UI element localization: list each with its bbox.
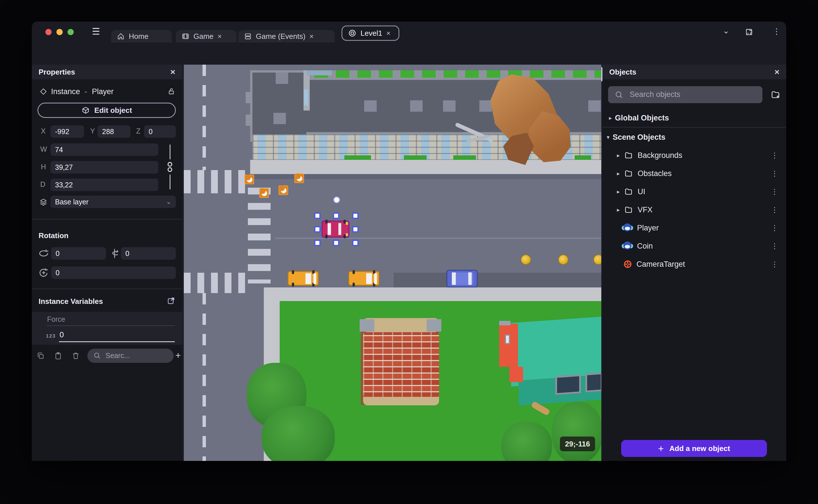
tree[interactable]	[502, 422, 552, 461]
crosswalk	[248, 188, 270, 283]
global-objects-group[interactable]: ▸ Global Objects	[603, 111, 786, 125]
kebab-menu-icon[interactable]: ⋮	[771, 224, 778, 232]
y-input[interactable]: 288	[98, 125, 130, 138]
rotate-pivot-handle[interactable]	[334, 197, 339, 202]
tab-level1[interactable]: Level1 ×	[341, 26, 399, 41]
taxi-car[interactable]	[348, 271, 379, 286]
tab-game-events[interactable]: Game (Events) ×	[238, 30, 335, 43]
player-object-icon	[622, 223, 633, 233]
sidewalk	[250, 160, 601, 174]
search-icon	[614, 90, 624, 99]
blue-car[interactable]	[447, 270, 478, 287]
close-tab-icon[interactable]: ×	[217, 32, 222, 41]
layer-select[interactable]: Base layer ⌄	[50, 196, 176, 208]
tab-game[interactable]: Game ×	[176, 30, 236, 43]
search-placeholder: Search objects	[630, 90, 680, 99]
rotation-x-icon	[38, 248, 49, 259]
events-icon	[244, 32, 252, 40]
scene-objects-group[interactable]: ▾ Scene Objects	[603, 130, 786, 144]
chevron-down-icon[interactable]: ⌄	[723, 26, 729, 35]
tree[interactable]	[261, 406, 335, 461]
resize-handle[interactable]	[333, 213, 339, 219]
object-item-coin[interactable]: Coin ⋮	[603, 237, 786, 255]
add-variable-icon[interactable]: +	[175, 350, 181, 361]
object-item-obstacles[interactable]: ▸ Obstacles ⋮	[603, 164, 786, 183]
tree[interactable]	[552, 402, 601, 461]
objects-header: Objects ×	[603, 65, 786, 79]
kebab-menu-icon[interactable]: ⋮	[771, 260, 778, 269]
depth-input[interactable]: 33,22	[50, 179, 158, 191]
resize-handle[interactable]	[352, 213, 358, 219]
edit-object-3d-icon	[81, 106, 90, 115]
rotation-x-input[interactable]: 0	[51, 247, 106, 260]
crate-obstacle[interactable]	[259, 188, 269, 198]
traffic-light-close[interactable]	[45, 29, 52, 35]
kebab-menu-icon[interactable]: ⋮	[771, 187, 778, 196]
object-item-ui[interactable]: ▸ UI ⋮	[603, 183, 786, 201]
close-panel-icon[interactable]: ×	[774, 67, 779, 77]
crate-obstacle[interactable]	[244, 175, 254, 184]
edit-object-button[interactable]: Edit object	[37, 103, 176, 118]
properties-header: Properties ×	[32, 65, 182, 79]
delete-variable-icon[interactable]	[71, 351, 80, 360]
tab-home[interactable]: Home	[111, 30, 172, 43]
resize-handle[interactable]	[314, 240, 320, 246]
link-dimensions-icon[interactable]	[166, 161, 174, 173]
expand-arrow-icon[interactable]: ▸	[606, 115, 615, 121]
variables-search[interactable]: Searc...	[87, 349, 174, 363]
resize-handle[interactable]	[352, 240, 358, 246]
kebab-menu-icon[interactable]: ⋮	[771, 169, 778, 178]
object-item-player[interactable]: Player ⋮	[603, 219, 786, 237]
rotation-y-input[interactable]: 0	[121, 247, 176, 260]
d-label: D	[40, 180, 45, 189]
plus-icon: +	[658, 443, 664, 454]
kebab-menu-icon[interactable]: ⋮	[773, 27, 781, 36]
sidewalk-lower	[264, 287, 601, 301]
extensions-icon[interactable]	[745, 28, 753, 36]
unlock-icon[interactable]	[167, 87, 175, 95]
height-input[interactable]: 39,27	[50, 161, 158, 173]
object-item-vfx[interactable]: ▸ VFX ⋮	[603, 201, 786, 219]
variable-row[interactable]: Force 123 0	[32, 312, 182, 345]
object-item-cameratarget[interactable]: CameraTarget ⋮	[603, 255, 786, 273]
rotation-z-icon	[38, 267, 49, 278]
coin[interactable]	[558, 255, 569, 265]
variable-value[interactable]: 0	[60, 331, 64, 339]
copy-icon[interactable]	[36, 351, 45, 360]
resize-handle[interactable]	[352, 226, 358, 232]
add-object-button[interactable]: + Add a new object	[621, 440, 767, 457]
close-tab-icon[interactable]: ×	[309, 32, 314, 41]
kebab-menu-icon[interactable]: ⋮	[771, 206, 778, 214]
variable-type-badge: 123	[46, 333, 56, 339]
crate-obstacle[interactable]	[294, 173, 304, 183]
circus-tent[interactable]	[363, 330, 439, 399]
folder-icon	[624, 151, 633, 160]
object-item-backgrounds[interactable]: ▸ Backgrounds ⋮	[603, 146, 786, 164]
close-tab-icon[interactable]: ×	[386, 29, 390, 38]
kebab-menu-icon[interactable]: ⋮	[771, 151, 778, 160]
kebab-menu-icon[interactable]: ⋮	[771, 242, 778, 251]
close-panel-icon[interactable]: ×	[170, 67, 175, 77]
coin[interactable]	[521, 255, 531, 265]
resize-handle[interactable]	[314, 226, 320, 232]
resize-handle[interactable]	[333, 240, 339, 246]
rotation-z-input[interactable]: 0	[51, 266, 176, 279]
traffic-light-minimize[interactable]	[56, 29, 63, 35]
coin[interactable]	[593, 255, 601, 265]
add-folder-icon[interactable]	[770, 90, 781, 100]
taxi-car[interactable]	[287, 271, 319, 286]
x-input[interactable]: -992	[50, 125, 84, 138]
scene-canvas[interactable]: 29;-116	[184, 65, 601, 461]
resize-handle[interactable]	[314, 213, 320, 219]
traffic-light-zoom[interactable]	[67, 29, 74, 35]
open-external-icon[interactable]	[167, 297, 175, 305]
objects-search[interactable]: Search objects	[608, 86, 762, 103]
search-placeholder: Searc...	[105, 351, 130, 360]
paste-icon[interactable]	[54, 351, 62, 360]
crate-obstacle[interactable]	[278, 185, 288, 195]
z-input[interactable]: 0	[144, 125, 176, 138]
hamburger-menu-icon[interactable]: ☰	[92, 26, 100, 37]
player-car-selected[interactable]	[322, 221, 349, 238]
collapse-arrow-icon[interactable]: ▾	[604, 134, 613, 141]
width-input[interactable]: 74	[50, 143, 158, 156]
